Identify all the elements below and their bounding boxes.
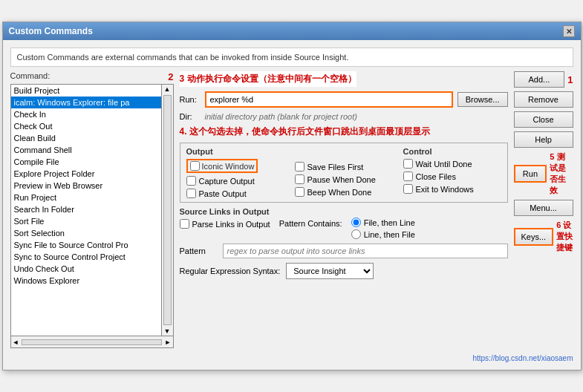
title-bar: Custom Commands ✕ <box>3 22 581 40</box>
list-item[interactable]: Clean Build <box>11 132 161 144</box>
exit-to-windows-label: Exit to Windows <box>416 185 474 194</box>
menu-button[interactable]: Menu... <box>514 200 573 216</box>
pattern-label: Pattern <box>180 246 217 255</box>
close-files-label: Close Files <box>416 172 456 181</box>
paste-output-row: Paste Output <box>186 189 283 198</box>
beep-when-done-label: Beep When Done <box>307 188 372 197</box>
radio-line-file[interactable] <box>351 229 361 239</box>
list-item[interactable]: Sort Selection <box>11 227 161 239</box>
annotation-3-row: 3 动作执行命令设置（注意中间有一个空格） <box>180 71 508 87</box>
list-item-selected[interactable]: icalm: Windows Explorer: file pa <box>11 97 161 108</box>
bottom-row: https://blog.csdn.net/xiaosaem <box>10 353 573 362</box>
wait-until-done-label: Wait Until Done <box>416 160 472 169</box>
annotation-3: 3 动作执行命令设置（注意中间有一个空格） <box>180 71 356 87</box>
list-item[interactable]: Command Shell <box>11 144 161 156</box>
exit-to-windows-row: Exit to Windows <box>403 184 492 194</box>
iconic-window-label: Iconic Window <box>202 162 255 171</box>
watermark: https://blog.csdn.net/xiaosaem <box>472 354 573 362</box>
iconic-window-checkbox[interactable] <box>190 161 200 171</box>
save-files-row: Save Files First <box>295 162 391 172</box>
dialog-body: Custom Commands are external commands th… <box>3 40 581 370</box>
add-btn-row: Add... 1 <box>514 71 573 88</box>
annotation-5: 5 测试是否生效 <box>550 151 573 196</box>
list-item[interactable]: Run Project <box>11 192 161 203</box>
pattern-row: Pattern <box>180 244 508 258</box>
regex-section: Regular Expression Syntax: Source Insigh… <box>180 263 508 279</box>
listbox-scrollbar[interactable]: ▲ ▼ <box>162 84 174 336</box>
scroll-up-btn[interactable]: ▲ <box>162 85 173 94</box>
source-links-section: Source Links in Output Parse Links in Ou… <box>180 207 508 239</box>
exit-to-windows-checkbox[interactable] <box>403 184 413 194</box>
horizontal-scrollbar[interactable]: ◄ ► <box>10 336 174 348</box>
iconic-window-row: Iconic Window <box>186 159 283 173</box>
command-listbox[interactable]: Build Project icalm: Windows Explorer: f… <box>10 84 162 336</box>
list-item[interactable]: Build Project <box>11 85 161 97</box>
capture-output-row: Capture Output <box>186 176 283 186</box>
radio-file-line-label: File, then Line <box>364 218 415 227</box>
main-area: Command: 2 Build Project icalm: Windows … <box>10 71 573 348</box>
pattern-input[interactable] <box>223 244 508 258</box>
paste-output-label: Paste Output <box>199 189 247 198</box>
annotation-1: 1 <box>567 74 573 85</box>
close-files-row: Close Files <box>403 172 492 181</box>
wait-until-done-row: Wait Until Done <box>403 159 492 169</box>
custom-commands-dialog: Custom Commands ✕ Custom Commands are ex… <box>2 22 582 370</box>
close-button[interactable]: ✕ <box>563 25 575 37</box>
scroll-down-btn[interactable]: ▼ <box>162 327 173 336</box>
list-item[interactable]: Compile File <box>11 156 161 168</box>
run-input[interactable] <box>205 91 453 108</box>
output-col2: Save Files First Pause When Done Beep Wh… <box>295 147 391 198</box>
help-button[interactable]: Help <box>514 131 573 148</box>
run-label: Run: <box>180 95 201 104</box>
annotation-4: 4. 这个勾选去掉，使命令执行后文件窗口跳出到桌面最顶层显示 <box>180 126 430 137</box>
list-item[interactable]: Sort File <box>11 215 161 227</box>
list-item[interactable]: Sync to Source Control Project <box>11 251 161 263</box>
parse-links-checkbox[interactable] <box>180 219 189 229</box>
list-item[interactable]: Windows Explorer <box>11 275 161 287</box>
parse-links-label: Parse Links in Output <box>192 220 270 229</box>
output-columns: Output Iconic Window Capture Output <box>186 147 501 198</box>
output-title: Output <box>186 147 283 156</box>
scroll-right-btn[interactable]: ► <box>163 339 173 346</box>
output-col3: Control Wait Until Done Close Files <box>403 147 492 198</box>
scroll-left-btn[interactable]: ◄ <box>11 339 21 346</box>
parse-links-row: Parse Links in Output <box>180 219 270 229</box>
list-item[interactable]: Preview in Web Browser <box>11 180 161 192</box>
capture-output-checkbox[interactable] <box>186 176 196 186</box>
list-item[interactable]: Check In <box>11 108 161 120</box>
list-item[interactable]: Sync File to Source Control Pro <box>11 239 161 251</box>
beep-when-done-row: Beep When Done <box>295 187 391 197</box>
keys-button[interactable]: Keys... <box>514 228 554 246</box>
browse-button[interactable]: Browse... <box>457 92 508 107</box>
radio-file-then-line: File, then Line <box>351 218 415 227</box>
remove-button[interactable]: Remove <box>514 91 573 108</box>
iconic-window-checkbox-container: Iconic Window <box>186 159 258 173</box>
scroll-thumb <box>163 95 172 325</box>
regex-select[interactable]: Source Insight Perl POSIX <box>286 263 374 279</box>
run-button[interactable]: Run <box>514 165 547 183</box>
h-scroll-thumb <box>22 339 161 345</box>
list-item[interactable]: Check Out <box>11 120 161 132</box>
radio-file-line[interactable] <box>351 218 361 227</box>
dialog-title: Custom Commands <box>9 26 93 36</box>
left-panel: Command: 2 Build Project icalm: Windows … <box>10 71 174 348</box>
beep-when-done-checkbox[interactable] <box>295 187 304 197</box>
list-item[interactable]: Undo Check Out <box>11 263 161 275</box>
buttons-panel: Add... 1 Remove Close Help Run 5 测试是否生效 … <box>514 71 573 348</box>
listbox-area: Build Project icalm: Windows Explorer: f… <box>10 84 174 336</box>
save-files-checkbox[interactable] <box>295 162 304 172</box>
wait-until-done-checkbox[interactable] <box>403 159 413 169</box>
list-item[interactable]: Explore Project Folder <box>11 168 161 180</box>
add-button[interactable]: Add... <box>514 71 565 88</box>
dir-row: Dir: initial directory path (blank for p… <box>180 112 508 121</box>
annotation-6: 6 设置快捷键 <box>556 220 573 253</box>
pattern-contains-section: Pattern Contains: <box>279 219 342 228</box>
command-label: Command: <box>10 71 51 80</box>
pause-when-done-checkbox[interactable] <box>295 174 304 184</box>
list-item[interactable]: Search In Folder <box>11 203 161 215</box>
close-files-checkbox[interactable] <box>403 172 413 181</box>
run-row: Run: Browse... <box>180 91 508 108</box>
close-dialog-button[interactable]: Close <box>514 111 573 128</box>
dir-value: initial directory path (blank for projec… <box>205 112 357 121</box>
paste-output-checkbox[interactable] <box>186 189 196 198</box>
